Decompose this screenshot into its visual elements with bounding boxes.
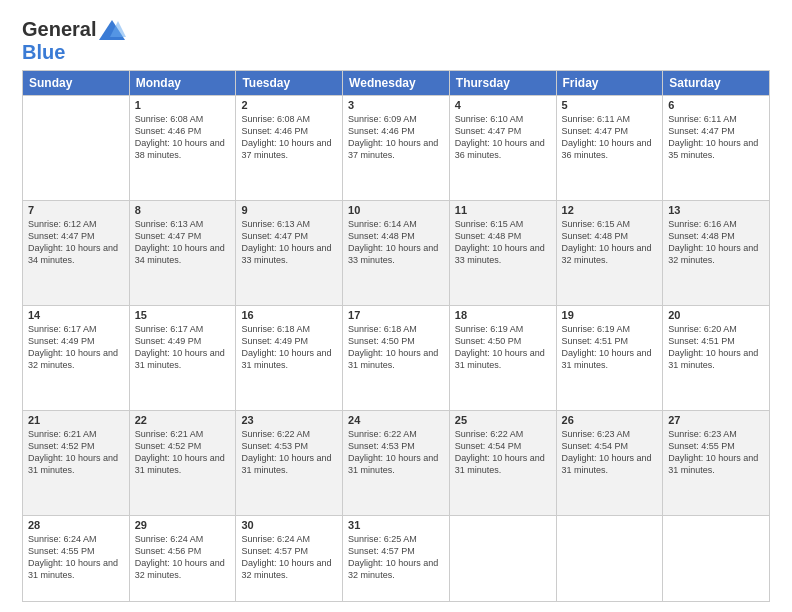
calendar-day-header: Tuesday <box>236 71 343 96</box>
header: General Blue <box>22 18 770 64</box>
calendar-day-cell: 27 Sunrise: 6:23 AM Sunset: 4:55 PM Dayl… <box>663 411 770 516</box>
calendar-day-header: Friday <box>556 71 663 96</box>
calendar-header-row: SundayMondayTuesdayWednesdayThursdayFrid… <box>23 71 770 96</box>
day-number: 19 <box>562 309 658 321</box>
day-number: 3 <box>348 99 444 111</box>
calendar-day-cell: 6 Sunrise: 6:11 AM Sunset: 4:47 PM Dayli… <box>663 96 770 201</box>
day-number: 11 <box>455 204 551 216</box>
day-number: 30 <box>241 519 337 531</box>
calendar-day-cell: 4 Sunrise: 6:10 AM Sunset: 4:47 PM Dayli… <box>449 96 556 201</box>
day-number: 20 <box>668 309 764 321</box>
day-number: 8 <box>135 204 231 216</box>
day-number: 26 <box>562 414 658 426</box>
day-number: 15 <box>135 309 231 321</box>
logo-area: General Blue <box>22 18 128 64</box>
day-info: Sunrise: 6:18 AM Sunset: 4:50 PM Dayligh… <box>348 323 444 372</box>
calendar-day-cell: 3 Sunrise: 6:09 AM Sunset: 4:46 PM Dayli… <box>343 96 450 201</box>
calendar-day-cell: 23 Sunrise: 6:22 AM Sunset: 4:53 PM Dayl… <box>236 411 343 516</box>
day-info: Sunrise: 6:09 AM Sunset: 4:46 PM Dayligh… <box>348 113 444 162</box>
day-info: Sunrise: 6:15 AM Sunset: 4:48 PM Dayligh… <box>455 218 551 267</box>
day-info: Sunrise: 6:23 AM Sunset: 4:54 PM Dayligh… <box>562 428 658 477</box>
day-number: 31 <box>348 519 444 531</box>
day-info: Sunrise: 6:13 AM Sunset: 4:47 PM Dayligh… <box>135 218 231 267</box>
calendar-day-cell: 15 Sunrise: 6:17 AM Sunset: 4:49 PM Dayl… <box>129 306 236 411</box>
calendar-day-cell: 2 Sunrise: 6:08 AM Sunset: 4:46 PM Dayli… <box>236 96 343 201</box>
calendar-day-cell: 7 Sunrise: 6:12 AM Sunset: 4:47 PM Dayli… <box>23 201 130 306</box>
calendar-week-row: 28 Sunrise: 6:24 AM Sunset: 4:55 PM Dayl… <box>23 516 770 602</box>
day-info: Sunrise: 6:21 AM Sunset: 4:52 PM Dayligh… <box>135 428 231 477</box>
calendar-day-cell: 19 Sunrise: 6:19 AM Sunset: 4:51 PM Dayl… <box>556 306 663 411</box>
logo-general-text: General <box>22 18 96 41</box>
day-number: 6 <box>668 99 764 111</box>
calendar-day-header: Saturday <box>663 71 770 96</box>
calendar-day-cell: 16 Sunrise: 6:18 AM Sunset: 4:49 PM Dayl… <box>236 306 343 411</box>
day-info: Sunrise: 6:11 AM Sunset: 4:47 PM Dayligh… <box>562 113 658 162</box>
day-info: Sunrise: 6:13 AM Sunset: 4:47 PM Dayligh… <box>241 218 337 267</box>
day-info: Sunrise: 6:20 AM Sunset: 4:51 PM Dayligh… <box>668 323 764 372</box>
calendar-day-cell: 8 Sunrise: 6:13 AM Sunset: 4:47 PM Dayli… <box>129 201 236 306</box>
page: General Blue SundayMondayTuesdayWednesda… <box>0 0 792 612</box>
day-number: 29 <box>135 519 231 531</box>
day-info: Sunrise: 6:24 AM Sunset: 4:57 PM Dayligh… <box>241 533 337 582</box>
calendar-day-header: Monday <box>129 71 236 96</box>
day-number: 14 <box>28 309 124 321</box>
day-info: Sunrise: 6:16 AM Sunset: 4:48 PM Dayligh… <box>668 218 764 267</box>
day-number: 25 <box>455 414 551 426</box>
day-info: Sunrise: 6:17 AM Sunset: 4:49 PM Dayligh… <box>28 323 124 372</box>
calendar-day-cell <box>556 516 663 602</box>
calendar-day-cell: 21 Sunrise: 6:21 AM Sunset: 4:52 PM Dayl… <box>23 411 130 516</box>
day-info: Sunrise: 6:12 AM Sunset: 4:47 PM Dayligh… <box>28 218 124 267</box>
day-number: 22 <box>135 414 231 426</box>
day-info: Sunrise: 6:22 AM Sunset: 4:53 PM Dayligh… <box>348 428 444 477</box>
calendar-week-row: 14 Sunrise: 6:17 AM Sunset: 4:49 PM Dayl… <box>23 306 770 411</box>
calendar-day-cell <box>23 96 130 201</box>
day-info: Sunrise: 6:17 AM Sunset: 4:49 PM Dayligh… <box>135 323 231 372</box>
day-info: Sunrise: 6:19 AM Sunset: 4:50 PM Dayligh… <box>455 323 551 372</box>
calendar-day-cell: 14 Sunrise: 6:17 AM Sunset: 4:49 PM Dayl… <box>23 306 130 411</box>
calendar-day-cell <box>663 516 770 602</box>
calendar-day-cell: 9 Sunrise: 6:13 AM Sunset: 4:47 PM Dayli… <box>236 201 343 306</box>
day-number: 4 <box>455 99 551 111</box>
day-info: Sunrise: 6:24 AM Sunset: 4:56 PM Dayligh… <box>135 533 231 582</box>
day-info: Sunrise: 6:15 AM Sunset: 4:48 PM Dayligh… <box>562 218 658 267</box>
day-number: 7 <box>28 204 124 216</box>
calendar-day-cell: 13 Sunrise: 6:16 AM Sunset: 4:48 PM Dayl… <box>663 201 770 306</box>
calendar-day-cell: 12 Sunrise: 6:15 AM Sunset: 4:48 PM Dayl… <box>556 201 663 306</box>
calendar-day-cell: 20 Sunrise: 6:20 AM Sunset: 4:51 PM Dayl… <box>663 306 770 411</box>
day-number: 9 <box>241 204 337 216</box>
calendar-week-row: 1 Sunrise: 6:08 AM Sunset: 4:46 PM Dayli… <box>23 96 770 201</box>
day-info: Sunrise: 6:19 AM Sunset: 4:51 PM Dayligh… <box>562 323 658 372</box>
logo-icon <box>98 19 126 41</box>
day-info: Sunrise: 6:11 AM Sunset: 4:47 PM Dayligh… <box>668 113 764 162</box>
calendar-day-cell: 30 Sunrise: 6:24 AM Sunset: 4:57 PM Dayl… <box>236 516 343 602</box>
day-number: 12 <box>562 204 658 216</box>
day-number: 2 <box>241 99 337 111</box>
calendar-day-cell: 1 Sunrise: 6:08 AM Sunset: 4:46 PM Dayli… <box>129 96 236 201</box>
calendar-day-cell <box>449 516 556 602</box>
calendar-day-cell: 28 Sunrise: 6:24 AM Sunset: 4:55 PM Dayl… <box>23 516 130 602</box>
calendar-day-cell: 25 Sunrise: 6:22 AM Sunset: 4:54 PM Dayl… <box>449 411 556 516</box>
calendar-day-cell: 5 Sunrise: 6:11 AM Sunset: 4:47 PM Dayli… <box>556 96 663 201</box>
day-number: 17 <box>348 309 444 321</box>
calendar-day-cell: 10 Sunrise: 6:14 AM Sunset: 4:48 PM Dayl… <box>343 201 450 306</box>
day-info: Sunrise: 6:10 AM Sunset: 4:47 PM Dayligh… <box>455 113 551 162</box>
calendar-day-cell: 26 Sunrise: 6:23 AM Sunset: 4:54 PM Dayl… <box>556 411 663 516</box>
day-info: Sunrise: 6:08 AM Sunset: 4:46 PM Dayligh… <box>135 113 231 162</box>
day-number: 1 <box>135 99 231 111</box>
day-number: 21 <box>28 414 124 426</box>
calendar-day-cell: 29 Sunrise: 6:24 AM Sunset: 4:56 PM Dayl… <box>129 516 236 602</box>
day-number: 18 <box>455 309 551 321</box>
calendar-day-cell: 31 Sunrise: 6:25 AM Sunset: 4:57 PM Dayl… <box>343 516 450 602</box>
calendar-day-cell: 17 Sunrise: 6:18 AM Sunset: 4:50 PM Dayl… <box>343 306 450 411</box>
calendar-table: SundayMondayTuesdayWednesdayThursdayFrid… <box>22 70 770 602</box>
day-number: 16 <box>241 309 337 321</box>
calendar-day-header: Wednesday <box>343 71 450 96</box>
day-number: 13 <box>668 204 764 216</box>
day-number: 27 <box>668 414 764 426</box>
day-info: Sunrise: 6:21 AM Sunset: 4:52 PM Dayligh… <box>28 428 124 477</box>
day-info: Sunrise: 6:08 AM Sunset: 4:46 PM Dayligh… <box>241 113 337 162</box>
day-info: Sunrise: 6:25 AM Sunset: 4:57 PM Dayligh… <box>348 533 444 582</box>
calendar-day-header: Sunday <box>23 71 130 96</box>
calendar-day-header: Thursday <box>449 71 556 96</box>
day-number: 5 <box>562 99 658 111</box>
